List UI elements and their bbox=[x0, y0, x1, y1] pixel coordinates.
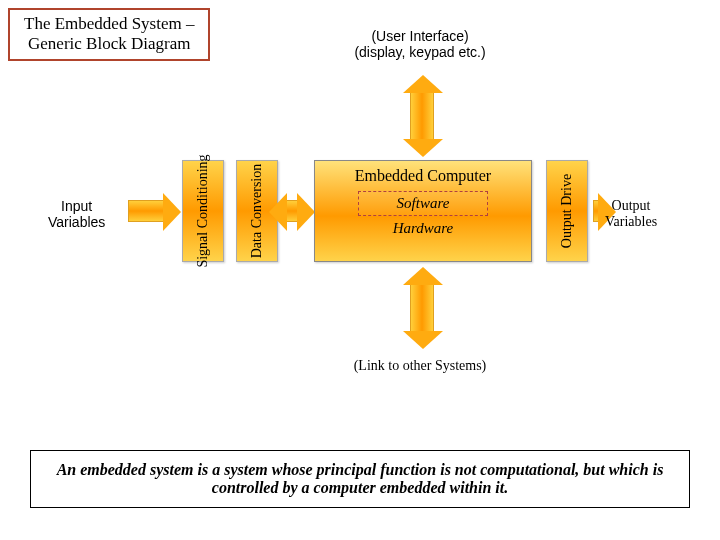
arrow-dc-to-computer bbox=[286, 200, 298, 222]
software-box: Software bbox=[358, 191, 488, 216]
link-to-other-systems-label: (Link to other Systems) bbox=[320, 358, 520, 374]
ui-label-line-2: (display, keypad etc.) bbox=[320, 44, 520, 60]
input-line-2: Variables bbox=[48, 214, 105, 230]
signal-conditioning-block: Signal Conditioning bbox=[182, 160, 224, 262]
title-line-1: The Embedded System – bbox=[24, 14, 194, 34]
output-variables-label: Output Variables bbox=[605, 198, 657, 230]
arrow-computer-to-link bbox=[410, 284, 434, 332]
output-line-2: Variables bbox=[605, 214, 657, 230]
user-interface-label: (User Interface) (display, keypad etc.) bbox=[320, 28, 520, 60]
title-line-2: Generic Block Diagram bbox=[24, 34, 194, 54]
output-drive-block: Output Drive bbox=[546, 160, 588, 262]
output-drive-text: Output Drive bbox=[559, 174, 575, 248]
input-variables-label: Input Variables bbox=[48, 198, 105, 230]
ui-label-line-1: (User Interface) bbox=[320, 28, 520, 44]
signal-conditioning-text: Signal Conditioning bbox=[195, 154, 211, 267]
data-conversion-text: Data Conversion bbox=[249, 164, 265, 258]
title-box: The Embedded System – Generic Block Diag… bbox=[8, 8, 210, 61]
arrow-od-to-output bbox=[593, 200, 599, 222]
embedded-computer-title: Embedded Computer bbox=[315, 167, 531, 185]
arrow-ui-to-computer bbox=[410, 92, 434, 140]
output-line-1: Output bbox=[605, 198, 657, 214]
arrow-input-to-sc bbox=[128, 200, 164, 222]
caption-box: An embedded system is a system whose pri… bbox=[30, 450, 690, 508]
input-line-1: Input bbox=[48, 198, 105, 214]
hardware-label: Hardware bbox=[315, 220, 531, 237]
embedded-computer-block: Embedded Computer Software Hardware bbox=[314, 160, 532, 262]
